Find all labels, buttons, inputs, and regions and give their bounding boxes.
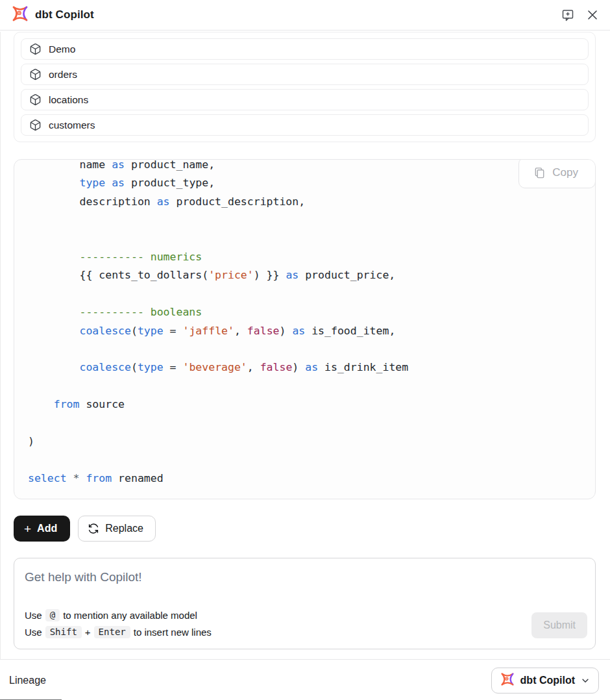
copy-button-label: Copy [552, 166, 578, 179]
hint-text: to mention any available model [63, 610, 197, 621]
hint-text: to insert new lines [134, 627, 212, 638]
model-chip-label: Demo [49, 44, 75, 55]
hint-text: Use [25, 610, 42, 621]
dbt-copilot-logo-icon [12, 6, 29, 21]
model-cube-icon [29, 119, 42, 131]
model-chip-orders[interactable]: orders [21, 64, 589, 85]
code-block: Copy name as product_name, type as produ… [14, 159, 596, 499]
add-button-label: Add [37, 523, 57, 534]
model-cube-icon [29, 68, 42, 81]
popout-insert-icon [561, 8, 575, 22]
keyboard-key: Enter [94, 626, 130, 638]
replace-button[interactable]: Replace [78, 516, 156, 542]
model-chip-locations[interactable]: locations [21, 89, 589, 110]
model-chip-label: customers [49, 119, 95, 131]
keyboard-key: @ [45, 609, 60, 621]
close-button[interactable] [585, 8, 600, 22]
bottom-bar: Lineage dbt Copilot [0, 659, 610, 700]
dbt-copilot-logo [12, 6, 29, 24]
prompt-input[interactable]: Get help with Copilot! Use@to mention an… [14, 558, 596, 649]
panel-title: dbt Copilot [35, 8, 94, 21]
model-chip-label: locations [49, 94, 88, 106]
sql-code[interactable]: name as product_name, type as product_ty… [14, 159, 595, 499]
close-icon [587, 9, 598, 21]
panel-header: dbt Copilot [0, 0, 610, 31]
dbt-copilot-logo [500, 673, 515, 688]
refresh-icon [88, 523, 99, 534]
prompt-placeholder: Get help with Copilot! [25, 570, 142, 584]
add-button[interactable]: + Add [14, 516, 70, 542]
hint-text: + [85, 627, 91, 638]
keyboard-key: Shift [45, 626, 82, 638]
copilot-dropdown-label: dbt Copilot [520, 675, 575, 686]
model-chips-container: Demo orders locations customers [14, 32, 596, 142]
chevron-down-icon [581, 676, 590, 685]
hint-text: Use [25, 627, 42, 638]
submit-button[interactable]: Submit [531, 612, 587, 638]
copy-icon [533, 167, 546, 179]
panel-body: Demo orders locations customers Copy nam… [0, 32, 610, 659]
model-cube-icon [29, 94, 42, 106]
model-chip-customers[interactable]: customers [21, 114, 589, 136]
action-row: + Add Replace [14, 516, 596, 542]
model-cube-icon [29, 43, 42, 55]
model-chip-label: orders [49, 69, 77, 81]
tab-lineage[interactable]: Lineage [9, 675, 46, 686]
replace-button-label: Replace [105, 523, 143, 534]
copilot-dropdown[interactable]: dbt Copilot [491, 668, 599, 694]
model-chip-demo[interactable]: Demo [21, 38, 589, 60]
popout-insert-button[interactable] [560, 7, 576, 23]
hint-line: Use@to mention any available model [25, 606, 212, 623]
plus-icon: + [24, 523, 31, 535]
prompt-hints: Use@to mention any available modelUseShi… [25, 606, 212, 640]
copy-button[interactable]: Copy [518, 159, 596, 188]
hint-line: UseShift+Enterto insert new lines [25, 623, 212, 640]
dbt-copilot-logo-icon [500, 673, 515, 686]
